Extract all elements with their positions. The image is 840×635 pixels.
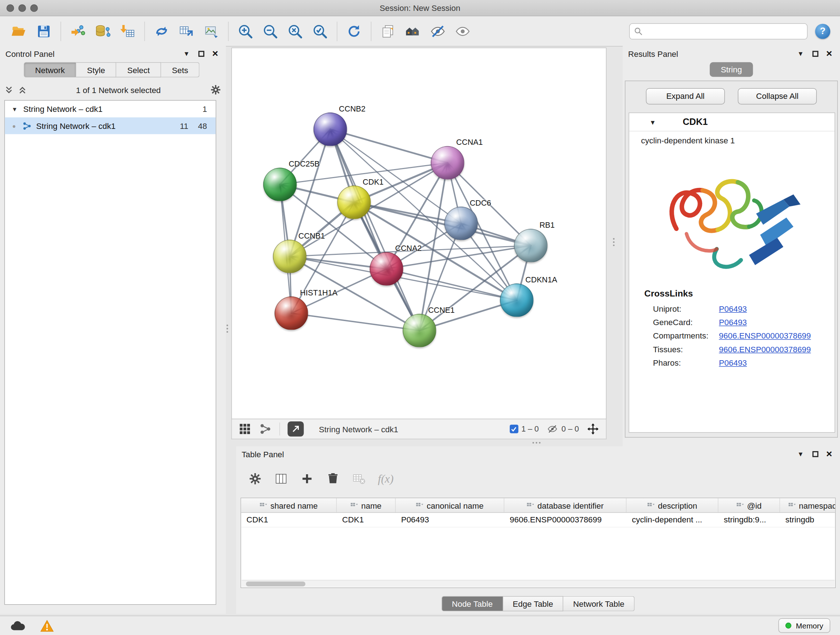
network-from-table-button[interactable] [174, 19, 199, 44]
tab-node-table[interactable]: Node Table [442, 596, 503, 611]
caret-down-icon[interactable]: ▾ [10, 105, 19, 113]
zoom-in-button[interactable] [233, 19, 258, 44]
node-count: 11 [180, 121, 188, 130]
network-share-icon[interactable] [259, 423, 272, 435]
table-row[interactable]: CDK1CDK1P064939606.ENSP00000378699cyclin… [241, 513, 835, 527]
tab-network-table[interactable]: Network Table [563, 596, 635, 611]
open-in-new-window-button[interactable] [287, 421, 304, 437]
crosslink-value-link[interactable]: P06493 [719, 358, 747, 367]
hide-details-button[interactable] [425, 19, 450, 44]
collapse-all-icon[interactable] [4, 85, 13, 94]
import-network-database-button[interactable] [90, 19, 115, 44]
tab-select[interactable]: Select [117, 62, 161, 78]
open-session-button[interactable] [6, 19, 32, 44]
show-columns-icon[interactable] [274, 472, 288, 486]
network-node-cdc25b[interactable] [264, 168, 297, 201]
column-header-name[interactable]: name [337, 498, 396, 512]
network-node-rb1[interactable] [514, 229, 548, 263]
status-bar: Memory [0, 616, 840, 635]
gear-icon[interactable] [210, 84, 222, 96]
panel-menu-icon[interactable]: ▾ [794, 450, 807, 458]
network-node-ccnb1[interactable] [273, 240, 307, 273]
gene-entry-header[interactable]: ▾ CDK1 [629, 113, 835, 131]
move-crosshair-icon[interactable] [586, 423, 600, 435]
network-canvas[interactable]: CCNB2CCNA1CDC25BCDK1CDC6RB1CCNB1CCNA2CDK… [232, 48, 606, 419]
add-column-icon[interactable] [300, 472, 314, 486]
panel-menu-icon[interactable]: ▾ [180, 49, 193, 58]
apply-layout-button[interactable] [341, 19, 366, 44]
crosslink-label: Tissues: [653, 345, 719, 354]
network-node-hist1h1a[interactable] [275, 296, 308, 330]
import-network-file-button[interactable] [65, 19, 90, 44]
horizontal-splitter-handle[interactable] [532, 442, 540, 443]
tab-style[interactable]: Style [76, 62, 117, 78]
vertical-splitter-handle[interactable] [613, 238, 614, 246]
tab-network[interactable]: Network [24, 62, 76, 78]
zoom-fit-button[interactable] [283, 19, 308, 44]
search-box[interactable] [629, 23, 807, 40]
network-node-cdc6[interactable] [444, 207, 478, 241]
control-panel-header: Control Panel ▾ × [0, 46, 226, 61]
tab-string[interactable]: String [710, 62, 753, 77]
documents-button[interactable] [376, 19, 401, 44]
crosslinks-title: CrossLinks [644, 288, 835, 298]
zoom-window-button[interactable] [30, 4, 38, 12]
network-row-selected[interactable]: ● String Network – cdk1 11 48 [5, 117, 216, 134]
network-node-cdkn1a[interactable] [500, 283, 534, 317]
expand-all-icon[interactable] [18, 85, 27, 94]
vertical-splitter-handle[interactable] [226, 325, 228, 333]
column-header-database-identifier[interactable]: database identifier [504, 498, 627, 512]
save-session-button[interactable] [32, 19, 57, 44]
network-node-ccnb2[interactable] [314, 112, 347, 146]
float-panel-icon[interactable] [813, 451, 818, 456]
crosslink-value-link[interactable]: 9606.ENSP00000378699 [719, 331, 811, 340]
panel-menu-icon[interactable]: ▾ [794, 49, 807, 58]
scrollbar-thumb[interactable] [246, 581, 305, 586]
crosslink-value-link[interactable]: P06493 [719, 318, 747, 326]
network-collection-row[interactable]: ▾ String Network – cdk1 1 [5, 101, 216, 117]
help-button[interactable]: ? [815, 24, 830, 39]
crosslink-value-link[interactable]: 9606.ENSP00000378699 [719, 345, 811, 354]
search-input[interactable] [646, 27, 803, 35]
export-image-button[interactable] [199, 19, 224, 44]
float-panel-icon[interactable] [198, 51, 204, 57]
collapse-all-button[interactable]: Collapse All [738, 88, 817, 105]
float-panel-icon[interactable] [813, 51, 818, 57]
crosslink-label: Uniprot: [653, 304, 719, 313]
network-node-ccna1[interactable] [431, 146, 464, 180]
expand-all-button[interactable]: Expand All [646, 88, 725, 105]
column-header-canonical-name[interactable]: canonical name [396, 498, 504, 512]
close-panel-icon[interactable]: × [210, 48, 221, 59]
collapse-entry-icon[interactable]: ▾ [651, 118, 655, 126]
close-panel-icon[interactable]: × [824, 48, 835, 59]
grid-view-icon[interactable] [238, 423, 251, 435]
network-node-ccne1[interactable] [403, 314, 436, 348]
close-window-button[interactable] [6, 4, 14, 12]
close-panel-icon[interactable]: × [824, 448, 835, 459]
zoom-selected-button[interactable] [308, 19, 332, 44]
delete-icon[interactable] [326, 472, 340, 486]
eye-icon [455, 23, 471, 40]
minimize-window-button[interactable] [19, 4, 26, 12]
import-table-button[interactable] [115, 19, 140, 44]
zoom-out-button[interactable] [258, 19, 283, 44]
network-node-ccna2[interactable] [370, 252, 403, 286]
column-header-shared-name[interactable]: shared name [241, 498, 336, 512]
crosslink-value-link[interactable]: P06493 [719, 304, 747, 313]
tab-edge-table[interactable]: Edge Table [503, 596, 563, 611]
memory-label: Memory [796, 621, 823, 630]
horizontal-scrollbar[interactable] [242, 580, 835, 587]
houses-button[interactable] [401, 19, 425, 44]
show-details-button[interactable] [450, 19, 475, 44]
gear-icon[interactable] [248, 472, 262, 486]
table-cell: CDK1 [241, 513, 336, 527]
column-header--id[interactable]: @id [718, 498, 780, 512]
cloud-icon[interactable] [10, 619, 26, 632]
network-node-cdk1[interactable] [337, 186, 371, 219]
new-network-button[interactable] [149, 19, 174, 44]
warning-icon[interactable] [40, 619, 54, 632]
tab-sets[interactable]: Sets [161, 62, 199, 78]
column-header-description[interactable]: description [627, 498, 718, 512]
memory-button[interactable]: Memory [778, 618, 830, 633]
column-header-namespac[interactable]: namespac [780, 498, 836, 512]
